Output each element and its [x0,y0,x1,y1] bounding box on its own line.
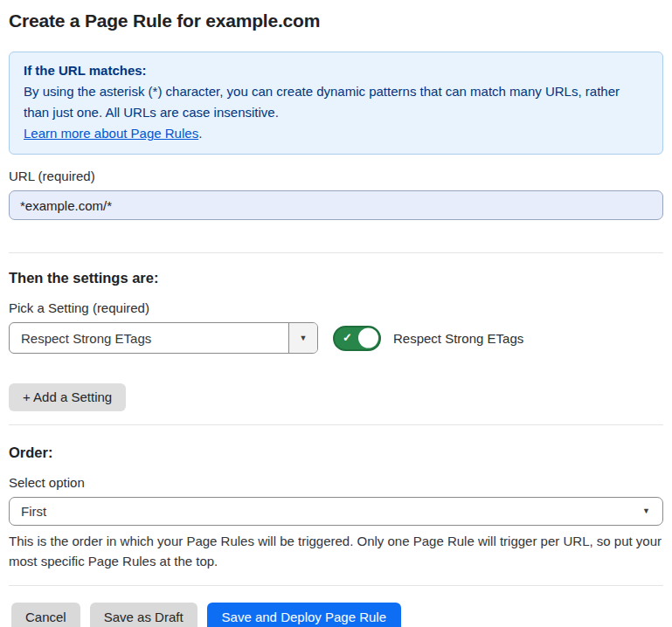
cancel-button[interactable]: Cancel [11,603,80,627]
setting-select-value: Respect Strong ETags [10,331,151,346]
url-input[interactable] [9,190,663,220]
pick-setting-label: Pick a Setting (required) [9,300,663,316]
page-title: Create a Page Rule for example.com [9,10,663,31]
setting-select[interactable]: Respect Strong ETags ▼ [9,322,318,354]
order-select-value: First [21,504,46,519]
setting-toggle-switch[interactable]: ✓ [333,326,381,351]
url-match-info-box: If the URL matches: By using the asteris… [9,52,663,155]
add-setting-button[interactable]: + Add a Setting [9,383,126,411]
info-box-body: By using the asterisk (*) character, you… [24,81,648,123]
save-draft-button[interactable]: Save as Draft [90,603,197,627]
order-select-label: Select option [9,475,663,491]
section-divider [9,252,663,253]
toggle-knob [358,328,378,348]
footer-actions: Cancel Save as Draft Save and Deploy Pag… [9,603,663,627]
learn-more-link[interactable]: Learn more about Page Rules [24,126,198,141]
chevron-down-icon: ▼ [300,334,308,342]
save-deploy-button[interactable]: Save and Deploy Page Rule [207,603,401,627]
order-section-heading: Order: [9,444,663,461]
info-link-row: Learn more about Page Rules. [24,123,648,144]
info-box-heading: If the URL matches: [24,60,648,81]
setting-toggle-label: Respect Strong ETags [393,331,523,346]
settings-section-heading: Then the settings are: [9,269,663,286]
section-divider [9,424,663,425]
order-select[interactable]: First ▼ [9,497,663,526]
footer-divider [9,585,663,586]
chevron-down-icon: ▼ [642,507,650,515]
link-suffix-period: . [198,126,202,141]
setting-select-arrow-button[interactable]: ▼ [288,323,317,353]
url-label: URL (required) [9,169,663,184]
order-help-text: This is the order in which your Page Rul… [9,531,663,571]
create-page-rule-form: Create a Page Rule for example.com If th… [0,0,672,627]
check-icon: ✓ [343,332,352,343]
setting-row: Respect Strong ETags ▼ ✓ Respect Strong … [9,322,663,354]
